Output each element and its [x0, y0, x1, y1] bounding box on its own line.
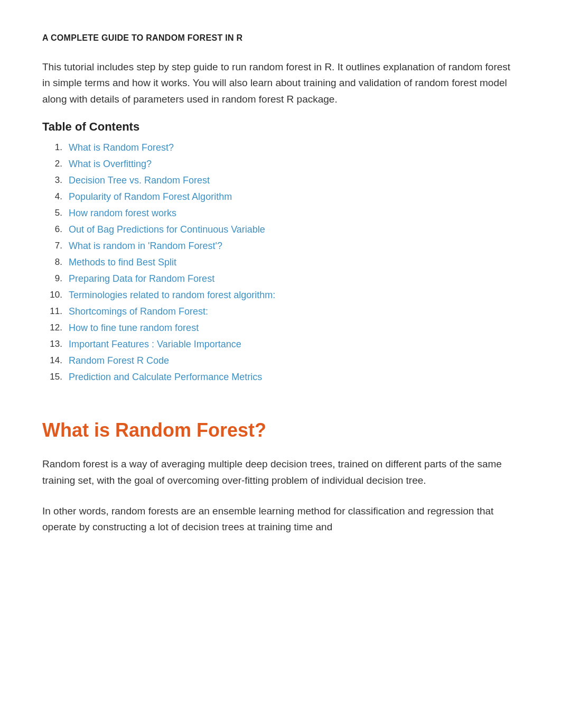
intro-paragraph: This tutorial includes step by step guid… [42, 59, 519, 107]
toc-item: 13.Important Features : Variable Importa… [42, 337, 519, 352]
toc-number: 6. [42, 223, 69, 236]
toc-number: 14. [42, 354, 69, 367]
page-title: A COMPLETE GUIDE TO RANDOM FOREST IN R [42, 32, 519, 44]
toc-item: 9.Preparing Data for Random Forest [42, 272, 519, 286]
toc-item: 14.Random Forest R Code [42, 354, 519, 368]
toc-number: 13. [42, 337, 69, 351]
toc-item: 15.Prediction and Calculate Performance … [42, 370, 519, 384]
section1-paragraph2: In other words, random forests are an en… [42, 503, 519, 536]
toc-link[interactable]: How random forest works [69, 206, 176, 220]
toc-item: 6.Out of Bag Predictions for Continuous … [42, 223, 519, 237]
toc-number: 8. [42, 255, 69, 269]
section1-title: What is Random Forest? [42, 416, 519, 445]
toc-link[interactable]: Shortcomings of Random Forest: [69, 305, 208, 319]
table-of-contents: 1.What is Random Forest?2.What is Overfi… [42, 141, 519, 384]
toc-link[interactable]: Random Forest R Code [69, 354, 169, 368]
section1-paragraph1: Random forest is a way of averaging mult… [42, 456, 519, 489]
toc-number: 5. [42, 206, 69, 220]
toc-link[interactable]: What is Overfitting? [69, 157, 152, 171]
toc-number: 3. [42, 173, 69, 187]
toc-link[interactable]: Important Features : Variable Importance [69, 337, 241, 352]
toc-link[interactable]: Decision Tree vs. Random Forest [69, 173, 210, 188]
toc-number: 1. [42, 141, 69, 154]
section-random-forest: What is Random Forest? Random forest is … [42, 416, 519, 536]
toc-item: 4.Popularity of Random Forest Algorithm [42, 190, 519, 204]
toc-link[interactable]: What is random in 'Random Forest'? [69, 239, 222, 253]
toc-item: 1.What is Random Forest? [42, 141, 519, 155]
toc-link[interactable]: How to fine tune random forest [69, 321, 199, 335]
toc-number: 10. [42, 288, 69, 302]
toc-item: 3.Decision Tree vs. Random Forest [42, 173, 519, 188]
toc-link[interactable]: Prediction and Calculate Performance Met… [69, 370, 262, 384]
toc-link[interactable]: Preparing Data for Random Forest [69, 272, 214, 286]
toc-number: 7. [42, 239, 69, 253]
toc-item: 8.Methods to find Best Split [42, 255, 519, 270]
toc-item: 5.How random forest works [42, 206, 519, 220]
toc-link[interactable]: What is Random Forest? [69, 141, 174, 155]
toc-link[interactable]: Methods to find Best Split [69, 255, 176, 270]
toc-item: 7.What is random in 'Random Forest'? [42, 239, 519, 253]
toc-item: 10.Terminologies related to random fores… [42, 288, 519, 302]
toc-link[interactable]: Popularity of Random Forest Algorithm [69, 190, 232, 204]
toc-number: 4. [42, 190, 69, 204]
toc-number: 9. [42, 272, 69, 285]
toc-item: 12.How to fine tune random forest [42, 321, 519, 335]
toc-item: 2.What is Overfitting? [42, 157, 519, 171]
toc-item: 11.Shortcomings of Random Forest: [42, 305, 519, 319]
toc-number: 11. [42, 305, 69, 318]
toc-number: 2. [42, 157, 69, 171]
toc-number: 15. [42, 370, 69, 384]
toc-link[interactable]: Out of Bag Predictions for Continuous Va… [69, 223, 265, 237]
toc-number: 12. [42, 321, 69, 335]
toc-link[interactable]: Terminologies related to random forest a… [69, 288, 275, 302]
toc-heading: Table of Contents [42, 118, 519, 135]
